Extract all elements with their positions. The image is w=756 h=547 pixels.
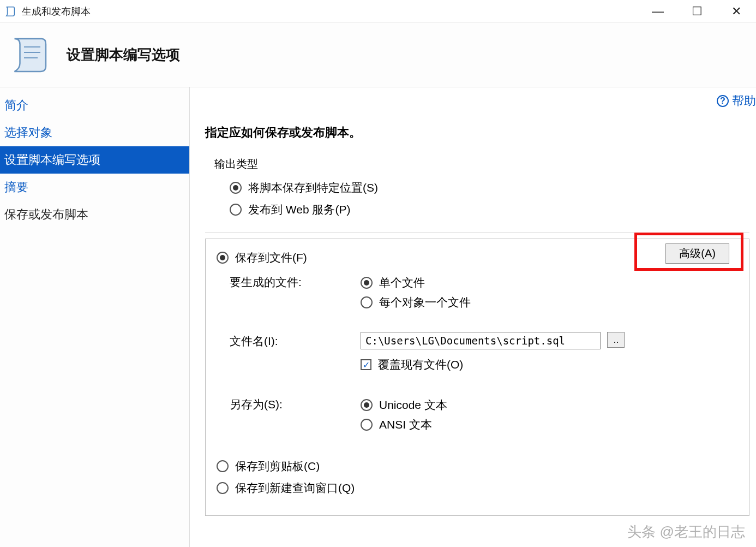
titlebar: 生成和发布脚本 — ☐ ✕	[0, 0, 756, 23]
save-as-row: 另存为(S): Unicode 文本 ANSI 文本	[230, 391, 740, 439]
radio-publish-web[interactable]: 发布到 Web 服务(P)	[214, 199, 740, 221]
filename-row: 文件名(I): .. ✓ 覆盖现有文件(O)	[230, 328, 740, 380]
save-file-subsection: 要生成的文件: 单个文件 每个对象一个文件 文件名(I):	[214, 269, 740, 439]
radio-label: 保存到剪贴板(C)	[235, 459, 320, 474]
files-to-generate-row: 要生成的文件: 单个文件 每个对象一个文件	[230, 269, 740, 317]
radio-label: Unicode 文本	[379, 397, 447, 413]
content-panel: ? 帮助 指定应如何保存或发布脚本。 输出类型 将脚本保存到特定位置(S) 发布…	[190, 87, 756, 547]
radio-save-location[interactable]: 将脚本保存到特定位置(S)	[214, 177, 740, 199]
checkbox-icon: ✓	[361, 359, 371, 370]
checkbox-label: 覆盖现有文件(O)	[378, 357, 463, 372]
radio-label: 保存到新建查询窗口(Q)	[235, 480, 355, 496]
radio-icon	[230, 204, 242, 216]
radio-label: 保存到文件(F)	[235, 250, 307, 265]
window-title: 生成和发布脚本	[22, 5, 647, 18]
help-label: 帮助	[732, 93, 756, 109]
overwrite-checkbox[interactable]: ✓ 覆盖现有文件(O)	[361, 354, 740, 376]
radio-save-to-file[interactable]: 保存到文件(F)	[214, 247, 740, 269]
maximize-button[interactable]: ☐	[686, 4, 708, 19]
radio-label: 每个对象一个文件	[379, 295, 471, 310]
filename-label: 文件名(I):	[230, 332, 361, 349]
radio-icon	[217, 460, 229, 472]
save-as-label: 另存为(S):	[230, 395, 361, 412]
radio-label: 单个文件	[379, 275, 425, 290]
radio-per-object-file[interactable]: 每个对象一个文件	[361, 293, 740, 312]
advanced-button[interactable]: 高级(A)	[665, 243, 729, 264]
radio-icon	[361, 277, 373, 289]
files-to-generate-label: 要生成的文件:	[230, 273, 361, 290]
close-button[interactable]: ✕	[725, 4, 747, 19]
radio-label: 发布到 Web 服务(P)	[248, 202, 350, 217]
script-icon	[8, 33, 51, 77]
radio-label: 将脚本保存到特定位置(S)	[248, 180, 378, 195]
help-icon: ?	[717, 95, 729, 107]
radio-ansi[interactable]: ANSI 文本	[361, 415, 740, 435]
main-area: 简介 选择对象 设置脚本编写选项 摘要 保存或发布脚本 ? 帮助 指定应如何保存…	[0, 87, 756, 547]
header-banner: 设置脚本编写选项	[0, 23, 756, 87]
radio-save-new-query[interactable]: 保存到新建查询窗口(Q)	[214, 477, 740, 499]
sidebar-item-intro[interactable]: 简介	[0, 92, 189, 119]
sidebar-item-summary[interactable]: 摘要	[0, 174, 189, 201]
radio-icon	[230, 182, 242, 194]
separator	[205, 233, 749, 233]
radio-single-file[interactable]: 单个文件	[361, 273, 740, 293]
window-controls: — ☐ ✕	[647, 4, 752, 19]
wizard-sidebar: 简介 选择对象 设置脚本编写选项 摘要 保存或发布脚本	[0, 87, 190, 547]
radio-icon	[361, 296, 373, 308]
radio-label: ANSI 文本	[379, 417, 432, 432]
radio-icon	[361, 419, 373, 431]
sidebar-item-select-objects[interactable]: 选择对象	[0, 119, 189, 146]
radio-icon	[217, 252, 229, 264]
radio-icon	[361, 399, 373, 411]
page-title: 设置脚本编写选项	[67, 45, 180, 64]
browse-button[interactable]: ..	[607, 332, 625, 348]
radio-unicode[interactable]: Unicode 文本	[361, 395, 740, 415]
watermark: 头条 @老王的日志	[627, 522, 745, 542]
radio-icon	[217, 482, 229, 494]
radio-save-clipboard[interactable]: 保存到剪贴板(C)	[214, 455, 740, 477]
section-heading: 指定应如何保存或发布脚本。	[205, 124, 749, 141]
app-icon	[4, 5, 16, 17]
sidebar-item-save-publish[interactable]: 保存或发布脚本	[0, 201, 189, 228]
filename-input[interactable]	[361, 332, 601, 349]
output-type-label: 输出类型	[214, 157, 740, 171]
output-type-group: 输出类型 将脚本保存到特定位置(S) 发布到 Web 服务(P)	[205, 154, 749, 229]
minimize-button[interactable]: —	[647, 4, 669, 19]
help-link[interactable]: ? 帮助	[717, 93, 756, 109]
sidebar-item-script-options[interactable]: 设置脚本编写选项	[0, 146, 189, 174]
save-to-file-group: 高级(A) 保存到文件(F) 要生成的文件: 单个文件	[205, 239, 749, 516]
